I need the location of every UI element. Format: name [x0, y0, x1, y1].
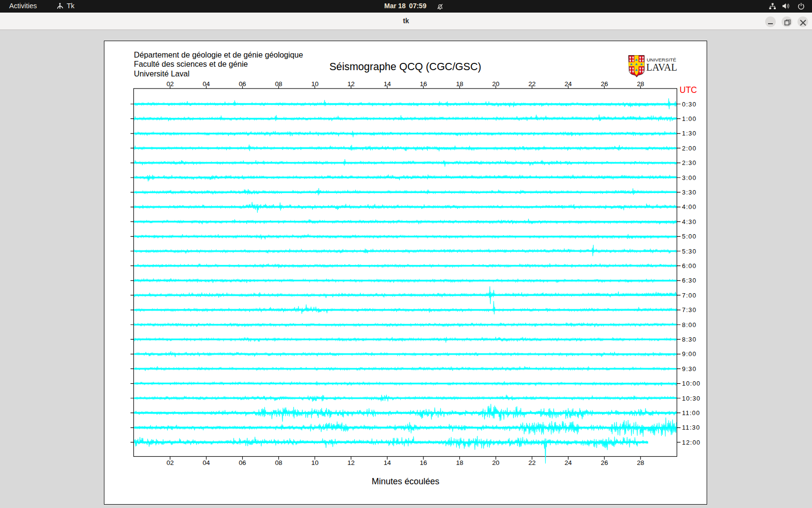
svg-text:16: 16	[420, 80, 427, 88]
svg-text:UNIVERSITÉ: UNIVERSITÉ	[647, 58, 676, 62]
svg-text:11:00: 11:00	[682, 409, 700, 417]
svg-text:02: 02	[166, 80, 174, 88]
svg-text:24: 24	[565, 459, 572, 466]
svg-text:22: 22	[528, 459, 536, 466]
svg-text:20: 20	[492, 459, 499, 466]
svg-text:Faculté des sciences et de gén: Faculté des sciences et de génie	[134, 60, 248, 68]
svg-text:20: 20	[492, 80, 499, 88]
svg-text:6:00: 6:00	[682, 262, 696, 269]
svg-text:2:30: 2:30	[682, 159, 696, 166]
svg-text:08: 08	[275, 459, 282, 466]
svg-text:UTC: UTC	[680, 85, 697, 95]
svg-text:06: 06	[239, 80, 246, 88]
svg-text:28: 28	[637, 459, 644, 466]
svg-text:18: 18	[456, 80, 463, 88]
svg-text:3:00: 3:00	[682, 174, 696, 181]
svg-text:16: 16	[420, 459, 427, 466]
svg-text:26: 26	[601, 80, 608, 88]
svg-text:4:00: 4:00	[682, 203, 696, 210]
svg-text:18: 18	[456, 459, 463, 466]
svg-text:5:00: 5:00	[682, 233, 696, 240]
svg-text:26: 26	[601, 459, 608, 466]
svg-text:02: 02	[166, 459, 174, 466]
svg-text:6:30: 6:30	[682, 277, 696, 284]
svg-text:12: 12	[348, 80, 355, 88]
svg-text:06: 06	[239, 459, 246, 466]
svg-text:3:30: 3:30	[682, 189, 696, 196]
svg-text:5:30: 5:30	[682, 248, 696, 255]
svg-text:Département de géologie et de: Département de géologie et de génie géol…	[134, 50, 303, 59]
svg-text:22: 22	[528, 80, 536, 88]
svg-text:8:30: 8:30	[682, 336, 696, 343]
svg-text:04: 04	[203, 80, 210, 88]
svg-text:24: 24	[565, 80, 572, 88]
svg-text:1:00: 1:00	[682, 115, 696, 122]
svg-text:10:00: 10:00	[682, 380, 701, 387]
svg-text:2:00: 2:00	[682, 145, 696, 152]
svg-text:10: 10	[311, 459, 319, 466]
svg-text:10: 10	[311, 80, 319, 88]
svg-text:8:00: 8:00	[682, 321, 696, 329]
svg-text:1:30: 1:30	[682, 130, 696, 137]
svg-text:9:30: 9:30	[682, 365, 696, 373]
svg-text:7:30: 7:30	[682, 306, 696, 314]
svg-text:08: 08	[275, 80, 282, 88]
svg-text:Séismographe QCQ (CGC/GSC): Séismographe QCQ (CGC/GSC)	[329, 61, 481, 73]
svg-text:4:30: 4:30	[682, 218, 696, 225]
svg-text:04: 04	[203, 459, 210, 466]
svg-text:12: 12	[348, 459, 355, 466]
svg-text:0:30: 0:30	[682, 101, 696, 108]
svg-text:10:30: 10:30	[682, 395, 701, 402]
svg-text:14: 14	[384, 459, 392, 466]
svg-text:Minutes écoulées: Minutes écoulées	[372, 477, 439, 486]
svg-text:Université Laval: Université Laval	[134, 69, 189, 78]
svg-text:LAVAL: LAVAL	[646, 62, 677, 73]
svg-text:7:00: 7:00	[682, 292, 696, 299]
svg-text:28: 28	[637, 80, 644, 88]
svg-text:12:00: 12:00	[682, 439, 701, 446]
svg-text:11:30: 11:30	[682, 424, 700, 431]
svg-text:9:00: 9:00	[682, 350, 696, 358]
svg-text:14: 14	[384, 80, 392, 88]
